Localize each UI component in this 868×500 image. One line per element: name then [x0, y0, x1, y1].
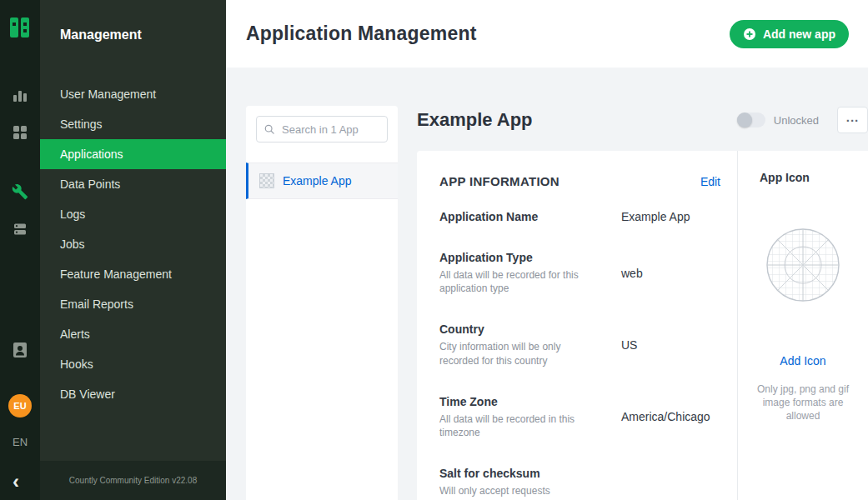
analytics-icon[interactable] — [10, 85, 30, 105]
field-application-name: Application Name Example App — [439, 210, 720, 223]
field-label: Salt for checksum — [439, 467, 621, 480]
app-detail: Example App Unlocked ... APP INFORMATION… — [417, 106, 868, 500]
sidebar-menu: User Management Settings Applications Da… — [40, 79, 226, 409]
field-label: Application Type — [439, 251, 621, 264]
sidebar-item-feature-management[interactable]: Feature Management — [40, 259, 226, 289]
lock-toggle[interactable] — [737, 112, 765, 128]
page-header: Application Management Add new app — [226, 0, 868, 68]
icon-rail: EU EN ‹ — [0, 0, 40, 500]
app-information-header: APP INFORMATION Edit — [439, 174, 720, 188]
app-search-input[interactable] — [280, 122, 379, 137]
sidebar-item-user-management[interactable]: User Management — [40, 79, 226, 109]
user-avatar[interactable]: EU — [8, 394, 32, 418]
lock-toggle-knob[interactable] — [737, 112, 752, 128]
page-title: Application Management — [246, 22, 477, 45]
field-time-zone: Time Zone All data will be recorded in t… — [439, 395, 720, 439]
field-label: Time Zone — [439, 395, 621, 408]
more-options-button[interactable]: ... — [837, 107, 868, 133]
icon-format-note: Only jpg, png and gif image formats are … — [738, 382, 868, 423]
app-icon-title: App Icon — [738, 171, 810, 184]
field-label: Country — [439, 322, 621, 336]
app-information-section: APP INFORMATION Edit Application Name Ex… — [417, 151, 737, 500]
app-list-panel: Example App — [246, 106, 398, 500]
field-value: US — [621, 338, 637, 352]
edition-version-label: Countly Community Edition v22.08 — [69, 476, 197, 485]
content-area: Example App Example App Unlocked ... — [226, 68, 868, 500]
app-name-heading: Example App — [417, 109, 533, 131]
sidebar-item-jobs[interactable]: Jobs — [40, 229, 226, 259]
field-value: America/Chicago — [621, 410, 710, 423]
app-information-card: APP INFORMATION Edit Application Name Ex… — [417, 151, 868, 500]
rail-nav — [10, 85, 30, 257]
main-area: Application Management Add new app — [226, 0, 868, 500]
search-icon — [264, 123, 274, 135]
edit-link[interactable]: Edit — [700, 175, 720, 188]
sidebar-title: Management — [40, 0, 226, 42]
field-value: Example App — [621, 210, 690, 223]
field-application-type: Application Type All data will be record… — [439, 251, 720, 295]
detail-controls: Unlocked ... — [737, 107, 868, 133]
collapse-sidebar-button[interactable]: ‹ — [13, 472, 19, 492]
field-value: web — [621, 267, 643, 280]
sidebar-item-email-reports[interactable]: Email Reports — [40, 289, 226, 319]
sidebar-item-data-points[interactable]: Data Points — [40, 169, 226, 199]
apps-grid-icon[interactable] — [10, 122, 30, 142]
countly-logo[interactable] — [8, 15, 33, 43]
user-guide-icon[interactable] — [10, 340, 30, 360]
field-description: All data will be recorded for this appli… — [439, 268, 580, 295]
sidebar-item-alerts[interactable]: Alerts — [40, 319, 226, 349]
field-label: Application Name — [439, 210, 621, 223]
add-new-app-button[interactable]: Add new app — [730, 20, 849, 48]
rail-bottom: EU EN — [8, 340, 32, 448]
detail-header: Example App Unlocked ... — [417, 106, 868, 134]
sidebar-item-logs[interactable]: Logs — [40, 199, 226, 229]
sidebar-item-hooks[interactable]: Hooks — [40, 349, 226, 379]
section-title: APP INFORMATION — [439, 174, 559, 188]
add-icon-link[interactable]: Add Icon — [780, 354, 825, 368]
app-icon-placeholder — [765, 228, 840, 306]
countly-logo-icon — [8, 15, 33, 40]
countly-app: EU EN ‹ Management User Management Setti… — [0, 0, 868, 500]
sidebar-item-db-viewer[interactable]: DB Viewer — [40, 379, 226, 409]
management-wrench-icon[interactable] — [10, 182, 30, 202]
field-salt-for-checksum: Salt for checksum Will only accept reque… — [439, 467, 720, 500]
field-description: City information will be only recorded f… — [439, 340, 580, 367]
field-description: Will only accept requests where checksum… — [439, 484, 580, 500]
add-new-app-label: Add new app — [763, 28, 835, 41]
lock-state-label: Unlocked — [774, 114, 819, 127]
field-description: All data will be recorded in this timezo… — [439, 412, 580, 439]
app-search — [256, 116, 388, 142]
app-icon-panel: App Icon — [737, 151, 868, 500]
sidebar: Management User Management Settings Appl… — [40, 0, 226, 500]
field-country: Country City information will be only re… — [439, 322, 720, 367]
sidebar-footer: Countly Community Edition v22.08 — [40, 461, 226, 500]
app-list-item-example-app[interactable]: Example App — [246, 162, 398, 199]
app-thumbnail-icon — [259, 173, 274, 188]
language-selector[interactable]: EN — [13, 436, 28, 448]
plus-circle-icon — [743, 28, 756, 41]
sidebar-item-applications[interactable]: Applications — [40, 139, 226, 169]
app-item-label: Example App — [283, 174, 352, 188]
data-stack-icon[interactable] — [10, 219, 30, 239]
sidebar-item-settings[interactable]: Settings — [40, 109, 226, 139]
